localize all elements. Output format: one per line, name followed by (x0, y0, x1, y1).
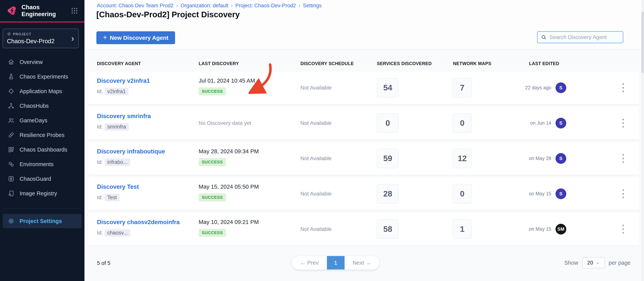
flask-icon (8, 73, 14, 80)
plus-icon: + (103, 34, 107, 42)
column-header-last-edited: LAST EDITED (529, 61, 559, 66)
registry-icon (8, 190, 14, 197)
prev-page-button[interactable]: ← Prev (292, 256, 327, 269)
lock-icon (8, 175, 14, 182)
app-switcher-grid-icon[interactable] (71, 7, 78, 14)
services-discovered-count: 28 (377, 184, 399, 204)
agent-id-badge: smrinfra (104, 123, 129, 131)
agent-name-link[interactable]: Discovery v2infra1 (97, 77, 150, 84)
sidebar-item-chaoshubs[interactable]: ChaosHubs (0, 99, 84, 113)
hub-icon (8, 102, 14, 109)
network-maps-count: 0 (452, 113, 472, 133)
scrollbar-thumb[interactable] (642, 12, 644, 73)
breadcrumb-account[interactable]: Account: Chaos Dev Team Prod2 (97, 3, 174, 9)
project-name: Chaos-Dev-Prod2 (7, 38, 74, 45)
kebab-menu-icon[interactable] (620, 187, 626, 200)
breadcrumb-project[interactable]: Project: Chaos-Dev-Prod2 (235, 3, 296, 9)
kebab-menu-icon[interactable] (620, 223, 626, 235)
table-footer: 5 of 5 ← Prev 1 Next → Show 20 ⌄ per pag… (84, 254, 644, 273)
status-badge: SUCCESS (199, 158, 226, 166)
new-discovery-agent-button[interactable]: + New Discovery Agent (96, 31, 175, 44)
agent-name-link[interactable]: Discovery smrinfra (97, 113, 151, 120)
id-label: Id: (97, 89, 103, 95)
kebab-menu-icon[interactable] (620, 81, 626, 94)
scrollbar[interactable] (641, 0, 644, 281)
id-label: Id: (97, 159, 103, 165)
target-icon (8, 88, 14, 95)
status-badge: SUCCESS (199, 193, 226, 201)
per-page-label: per page (609, 260, 631, 266)
breadcrumb-separator: › (231, 3, 233, 9)
row-count: 5 of 5 (97, 260, 110, 266)
last-discovery-date: May 28, 2024 09:34 PM (199, 148, 259, 155)
agent-name-link[interactable]: Discovery Test (97, 183, 139, 190)
network-maps-count: 0 (452, 184, 472, 204)
kebab-menu-icon[interactable] (620, 152, 626, 165)
table-row: Discovery v2infra1 Id: v2infra1 Jul 01, … (88, 71, 639, 105)
id-label: Id: (97, 230, 103, 236)
avatar: S (556, 82, 566, 93)
column-header-last-discovery: LAST DISCOVERY (199, 61, 239, 66)
avatar: S (556, 153, 566, 164)
pagination: ← Prev 1 Next → (292, 256, 380, 270)
sidebar-item-image-registry[interactable]: Image Registry (0, 186, 84, 201)
next-page-button[interactable]: Next → (344, 256, 380, 269)
current-page-button[interactable]: 1 (327, 256, 344, 269)
services-discovered-count: 0 (377, 113, 399, 133)
sidebar-item-chaos-dashboards[interactable]: Chaos Dashboards (0, 142, 84, 157)
main-content: Account: Chaos Dev Team Prod2 › Organiza… (84, 0, 644, 281)
last-edited-time: 22 days ago (525, 85, 551, 91)
breadcrumb-organization[interactable]: Organization: default (180, 3, 228, 9)
breadcrumb-separator: › (176, 3, 178, 9)
sidebar-item-application-maps[interactable]: Application Maps (0, 84, 84, 99)
project-selector[interactable]: PROJECT Chaos-Dev-Prod2 › (3, 29, 79, 48)
sidebar-item-project-settings[interactable]: Project Settings (3, 214, 82, 228)
sidebar-header: Chaos Engineering (0, 0, 84, 23)
discovery-schedule: Not Available (300, 85, 332, 91)
column-header-discovery-schedule: DISCOVERY SCHEDULE (300, 61, 354, 66)
avatar: S (556, 188, 566, 199)
sidebar-item-resilience-probes[interactable]: Resilience Probes (0, 128, 84, 142)
breadcrumb: Account: Chaos Dev Team Prod2 › Organiza… (97, 3, 322, 9)
avatar: SM (556, 224, 566, 234)
last-discovery-date: Jul 01, 2024 10:45 AM (199, 77, 255, 84)
breadcrumb-settings[interactable]: Settings (303, 3, 322, 9)
network-maps-count: 12 (452, 149, 472, 168)
avatar: S (556, 118, 566, 129)
gear-icon (8, 218, 14, 224)
network-maps-count: 1 (452, 219, 472, 239)
chaos-engineering-logo-icon (6, 6, 17, 16)
last-discovery-date: May 15, 2024 05:50 PM (199, 183, 259, 190)
cube-icon (7, 32, 11, 36)
id-label: Id: (97, 124, 103, 130)
sidebar-item-environments[interactable]: Environments (0, 157, 84, 171)
sidebar-item-chaosguard[interactable]: ChaosGuard (0, 171, 84, 186)
discovery-schedule: Not Available (300, 226, 332, 232)
agent-id-badge: Test (104, 194, 120, 201)
breadcrumb-separator: › (298, 3, 300, 9)
probe-icon (8, 132, 14, 138)
kebab-menu-icon[interactable] (620, 117, 626, 129)
sidebar-item-chaos-experiments[interactable]: Chaos Experiments (0, 69, 84, 84)
dashboard-icon (8, 146, 14, 153)
table-row: Discovery Test Id: Test May 15, 2024 05:… (88, 177, 639, 210)
sidebar-divider (4, 208, 80, 209)
agent-id-badge: infrabo... (104, 158, 130, 166)
search-input[interactable] (549, 34, 620, 40)
services-discovered-count: 58 (377, 219, 399, 239)
status-badge: SUCCESS (199, 87, 226, 95)
services-discovered-count: 59 (377, 149, 399, 168)
sidebar-item-gamedays[interactable]: GameDays (0, 113, 84, 128)
project-label: PROJECT (13, 32, 32, 36)
sidebar-item-overview[interactable]: Overview (0, 55, 84, 69)
table-row: Discovery chaosv2demoinfra Id: chaosv...… (88, 212, 639, 246)
discovery-schedule: Not Available (300, 155, 332, 162)
agent-name-link[interactable]: Discovery chaosv2demoinfra (97, 219, 180, 226)
agent-name-link[interactable]: Discovery infraboutique (97, 148, 165, 155)
page-size-select[interactable]: 20 ⌄ (582, 257, 605, 268)
chevron-right-icon: › (71, 34, 74, 43)
home-icon (8, 59, 14, 66)
last-edited-time: on May 15 (529, 226, 551, 232)
discovery-agent-table: Discovery v2infra1 Id: v2infra1 Jul 01, … (88, 71, 639, 248)
last-edited-time: on Jun 14 (530, 120, 551, 126)
